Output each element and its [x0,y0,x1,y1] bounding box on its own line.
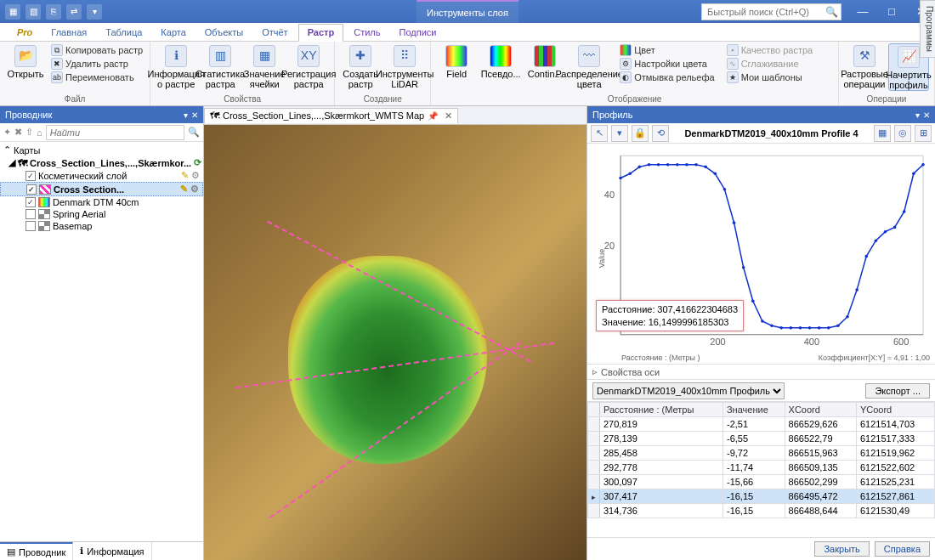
field-button[interactable]: Field [436,43,477,79]
bottom-tab-info[interactable]: ℹИнформация [73,542,151,560]
col-header[interactable]: Расстояние : (Метры [600,403,723,417]
lidar-tools-button[interactable]: ⠿Инструменты LiDAR [384,43,425,89]
copy-raster-button[interactable]: ⧉Копировать растр [49,43,144,57]
table-row[interactable]: 300,097-15,66866502,2996121525,231 [588,475,935,489]
pointer-tool[interactable]: ↖ [591,125,608,142]
tab-map[interactable]: Карта [152,25,194,41]
tab-style[interactable]: Стиль [345,25,388,41]
reset-tool[interactable]: ⟲ [652,125,669,142]
tree-cross-section[interactable]: ✓Cross Section...✎⚙ [0,182,203,196]
col-header[interactable]: Значение [722,403,785,417]
help-button[interactable]: Справка [875,541,930,557]
explorer-search-icon[interactable]: 🔍 [188,127,200,138]
bottom-tab-explorer[interactable]: ▤Проводник [0,542,73,560]
maximize-button[interactable]: □ [877,0,906,23]
rename-raster-button[interactable]: abПереименовать [49,71,144,84]
table-row[interactable]: 307,417-16,15866495,4726121527,861 [588,489,935,504]
table-row[interactable]: 314,736-16,15866488,6446121530,49 [588,504,935,518]
col-header[interactable]: YCoord [856,403,934,417]
pseudo-button[interactable]: Псевдо... [480,43,521,79]
svg-point-16 [694,163,698,167]
refresh-icon[interactable]: ⟳ [194,157,201,168]
nav-close-icon[interactable]: ✖ [14,127,22,138]
tree-group-maps[interactable]: ⌃Карты [0,144,203,156]
search-icon[interactable]: 🔍 [825,6,838,18]
tree-root-map[interactable]: ◢🗺Cross_Section_Lines,...,Skærmkor...⟳ [0,156,203,169]
checkbox[interactable] [26,221,36,231]
pin-icon[interactable]: ▾ [184,110,188,120]
open-button[interactable]: 📂 Открыть [5,43,46,79]
checkbox[interactable] [26,209,36,219]
nav-home-icon[interactable]: ⌂ [37,127,42,138]
chart-opt-2[interactable]: ◎ [894,125,911,142]
export-button[interactable]: Экспорт ... [865,383,930,399]
tree-cosmetic[interactable]: ✓Косметический слой✎⚙ [0,169,203,182]
table-row[interactable]: 270,819-2,51866529,6266121514,703 [588,417,935,432]
tab-objects[interactable]: Объекты [196,25,252,41]
color-settings-button[interactable]: ⚙Настройки цвета [618,57,716,71]
quality-button[interactable]: ▪Качество растра [725,43,815,57]
spring-label: Spring Aerial [53,209,105,219]
chart-opt-3[interactable]: ⊞ [915,125,932,142]
document-tab[interactable]: 🗺 Cross_Section_Lines,...,Skærmkort_WMTS… [204,108,458,123]
tab-raster[interactable]: Растр [298,24,344,42]
side-tab-programs[interactable]: Программы [920,0,935,58]
tab-labels[interactable]: Подписи [390,25,445,41]
qat-dropdown-icon[interactable]: ▾ [87,4,102,20]
raster-ops-button[interactable]: ⚒Растровые операции [844,43,885,89]
close-tab-icon[interactable]: ✕ [445,110,452,122]
chart-area[interactable]: 40 20 200 400 600 Расстояние: 307,416622… [587,144,935,365]
delete-raster-button[interactable]: ✖Удалить растр [49,57,144,71]
tab-pro[interactable]: Pro [8,25,41,41]
lock-tool[interactable]: 🔒 [632,125,649,142]
chart-opt-1[interactable]: ▦ [874,125,891,142]
table-row[interactable]: 285,458-9,72866515,9636121519,962 [588,446,935,461]
tab-table[interactable]: Таблица [97,25,150,41]
raster-info-button[interactable]: ℹИнформация о растре [156,43,196,89]
smoothing-button[interactable]: ∿Сглаживание [725,57,815,71]
nav-up-icon[interactable]: ⇧ [26,127,33,138]
tree-dtm[interactable]: ✓Denmark DTM 40cm [0,196,203,208]
color-dist-button[interactable]: 〰Распределение цвета [569,43,609,89]
layer-tree[interactable]: ⌃Карты ◢🗺Cross_Section_Lines,...,Skærmko… [0,142,203,541]
checkbox[interactable]: ✓ [26,171,36,181]
map-view[interactable] [204,125,586,560]
edit-icon[interactable]: ✎ [181,170,189,181]
tab-report[interactable]: Отчёт [253,25,296,41]
dropdown-tool[interactable]: ▾ [611,125,628,142]
checkbox[interactable]: ✓ [26,184,37,195]
gear-icon[interactable]: ⚙ [191,170,200,181]
qat-icon-2[interactable]: ▧ [26,4,41,20]
checkbox[interactable]: ✓ [26,197,36,207]
pin-icon[interactable]: ▾ [915,110,920,120]
register-raster-button[interactable]: XYРегистрация растра [288,43,329,89]
hillshade-button[interactable]: ◐Отмывка рельефа [618,71,716,84]
tab-home[interactable]: Главная [42,25,95,41]
minimize-button[interactable]: — [848,0,877,23]
templates-button[interactable]: ★Мои шаблоны [725,71,815,84]
gear-icon[interactable]: ⚙ [190,184,199,195]
nav-back-icon[interactable]: ✦ [3,127,11,138]
edit-icon[interactable]: ✎ [180,184,188,195]
search-input[interactable] [701,3,842,20]
svg-point-30 [827,326,830,330]
profile-select[interactable]: DenmarkDTM2019_400x10mm Профиль [592,382,785,399]
tree-spring[interactable]: Spring Aerial [0,208,203,220]
qat-icon-1[interactable]: ▦ [5,4,20,20]
profile-grid[interactable]: Расстояние : (МетрыЗначениеXCoordYCoord … [587,402,935,538]
explorer-search-input[interactable] [46,125,184,140]
qat-icon-4[interactable]: ⇄ [66,4,82,20]
table-row[interactable]: 292,778-11,74866509,1356121522,602 [588,461,935,475]
pin-icon[interactable]: 📌 [428,111,438,121]
color-button[interactable]: Цвет [618,43,716,57]
col-header[interactable]: XCoord [785,403,856,417]
close-pane-icon[interactable]: ✕ [191,110,198,120]
tree-basemap[interactable]: Basemap [0,220,203,232]
close-pane-icon[interactable]: ✕ [923,110,930,120]
cell-value-button[interactable]: ▦Значение ячейки [244,43,285,89]
table-row[interactable]: 278,139-6,55866522,796121517,333 [588,432,935,446]
qat-icon-3[interactable]: ⎘ [46,4,61,20]
close-button[interactable]: Закрыть [814,541,869,557]
raster-stats-button[interactable]: ▥Статистика растра [200,43,241,89]
axis-properties-row[interactable]: ▹Свойства оси [587,365,935,380]
